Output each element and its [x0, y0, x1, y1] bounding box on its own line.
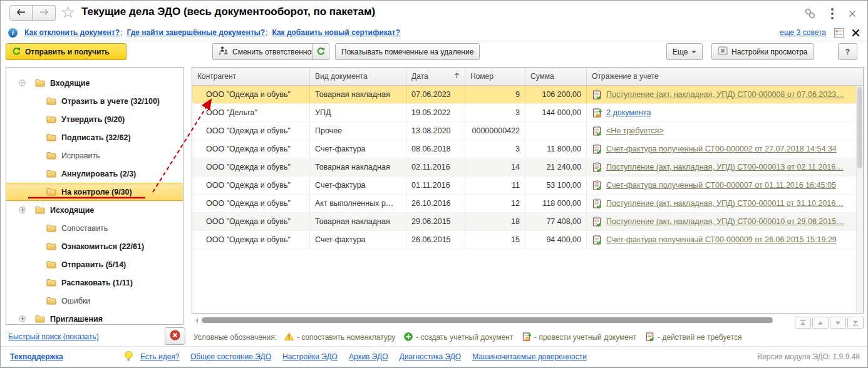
column-header-reflection[interactable]: Отражение в учете — [587, 68, 863, 85]
favorite-star-icon[interactable] — [61, 6, 75, 21]
forward-button[interactable] — [33, 5, 56, 21]
column-header-contractor[interactable]: Контрагент — [192, 68, 310, 85]
show-marked-button[interactable]: Показывать помеченные на удаление — [335, 43, 480, 60]
reflection-link[interactable]: Поступление (акт, накладная, УПД) СТ00-0… — [606, 86, 844, 103]
tree-item[interactable]: Входящие — [6, 74, 183, 92]
footer-link[interactable]: Общее состояние ЭДО — [190, 352, 271, 361]
column-header-doc-type[interactable]: Вид документа — [310, 68, 406, 85]
help-button[interactable]: ? — [838, 43, 857, 60]
scroll-left-icon[interactable] — [193, 318, 198, 323]
folder-icon — [46, 170, 56, 178]
cell-number: 15 — [465, 231, 525, 248]
tip-link[interactable]: Как добавить новый сертификат? — [272, 28, 400, 37]
table-row[interactable]: ООО "Одежда и обувь" Прочее 13.08.2020 0… — [192, 122, 863, 140]
reflection-link[interactable]: Поступление (акт, накладная, УПД) СТ00-0… — [606, 213, 844, 230]
tree-item[interactable]: Подписать (32/62) — [6, 128, 183, 146]
quick-search-link[interactable]: Быстрый поиск (показать) — [8, 332, 99, 341]
clear-search-button[interactable] — [165, 327, 185, 345]
collapse-icon[interactable] — [19, 79, 26, 86]
reflection-link[interactable]: Поступление (акт, накладная, УПД) СТ00-0… — [606, 158, 844, 176]
tree-item[interactable]: Исправить — [6, 146, 183, 165]
tree-item[interactable]: Распаковать (1/11) — [6, 273, 183, 292]
tree-item[interactable]: Отправить (5/14) — [6, 255, 183, 273]
tree-item[interactable]: Сопоставить — [6, 219, 183, 237]
kebab-menu-icon[interactable] — [831, 7, 834, 20]
tree-item-label: На контроле (9/30) — [61, 188, 132, 197]
cell-doc-type: Счет-фактура — [310, 231, 406, 248]
table-row[interactable]: ООО "Одежда и обувь" Счет-фактура 01.11.… — [192, 176, 863, 195]
go-up-button[interactable] — [812, 317, 829, 329]
tree-item[interactable]: Приглашения — [6, 310, 183, 325]
cell-contractor: ООО "Одежда и обувь" — [192, 231, 310, 248]
tree-item-label: Распаковать (1/11) — [61, 279, 133, 287]
tip-link[interactable]: Где найти завершённые документы? — [127, 28, 265, 37]
horizontal-scrollbar-thumb[interactable] — [202, 317, 773, 323]
send-receive-button[interactable]: Отправить и получить — [6, 43, 127, 60]
cell-doc-type: Прочее — [310, 122, 406, 140]
more-button[interactable]: Еще — [666, 43, 703, 60]
table-row[interactable]: ООО "Одежда и обувь" Счет-фактура 08.06.… — [192, 140, 863, 158]
app-window: Текущие дела ЭДО (весь документооборот, … — [0, 0, 868, 368]
reflection-link[interactable]: 2 документа — [606, 104, 651, 121]
view-settings-button[interactable]: Настройки просмотра — [711, 43, 814, 60]
legend: Условные обозначения: - сопоставить номе… — [194, 331, 741, 344]
back-button[interactable] — [9, 5, 33, 21]
cell-doc-type: УПД — [310, 104, 406, 121]
cell-doc-type: Счет-фактура — [310, 176, 406, 194]
get-link-icon[interactable] — [804, 8, 816, 19]
cell-contractor: ООО "Одежда и обувь" — [192, 122, 310, 140]
horizontal-scrollbar[interactable] — [192, 316, 793, 324]
reflection-link[interactable]: Счет-фактура полученный СТ00-000002 от 2… — [606, 140, 837, 158]
table-row[interactable]: ООО "Одежда и обувь" Товарная накладная … — [192, 86, 863, 104]
footer-link[interactable]: Диагностика ЭДО — [400, 352, 462, 361]
tip-link[interactable]: Как отклонить документ? — [24, 28, 120, 37]
table-row[interactable]: ООО "Одежда и обувь" Счет-фактура 26.06.… — [192, 231, 863, 249]
table-row[interactable]: ООО "Дельта" УПД 19.05.2022 3 144 000,00… — [192, 104, 863, 122]
tips-list-icon[interactable] — [834, 28, 844, 38]
legend-item-text: - сопоставить номенклатуру — [297, 333, 395, 342]
reflection-link[interactable]: Счет-фактура полученный СТ00-000009 от 2… — [606, 231, 837, 248]
cell-doc-type: Товарная накладная — [310, 158, 406, 176]
column-header-date[interactable]: Дата — [406, 68, 465, 85]
tree-item[interactable]: Ошибки — [6, 292, 183, 310]
tree-item[interactable]: Отразить в учете (32/100) — [6, 92, 183, 110]
vertical-scrollbar-thumb[interactable] — [857, 87, 862, 168]
go-first-button[interactable] — [795, 317, 811, 329]
more-tips-link[interactable]: еще 3 совета — [780, 28, 826, 37]
idea-link[interactable]: Есть идея? — [140, 352, 180, 361]
expand-icon[interactable] — [19, 315, 26, 322]
tree-item[interactable]: Ознакомиться (22/61) — [6, 237, 183, 255]
tree-item[interactable]: Аннулировать (2/3) — [6, 165, 183, 183]
cell-amount: 53 100,00 — [525, 176, 587, 194]
legend-item-text: - провести учетный документ — [534, 333, 636, 342]
column-header-amount[interactable]: Сумма — [525, 68, 587, 85]
column-header-number[interactable]: Номер — [465, 68, 525, 85]
table-row[interactable]: ООО "Одежда и обувь" Товарная накладная … — [192, 213, 863, 231]
tree-item[interactable]: На контроле (9/30) — [6, 183, 183, 201]
reflection-link[interactable]: Счет-фактура полученный СТ00-000007 от 0… — [606, 176, 836, 194]
reflection-link[interactable]: <Не требуется> — [606, 122, 664, 140]
go-last-button[interactable] — [847, 317, 864, 329]
tree-item[interactable]: Утвердить (9/20) — [6, 110, 183, 128]
folder-icon — [46, 151, 56, 160]
footer-link[interactable]: Архив ЭДО — [349, 352, 388, 361]
change-responsible-button[interactable]: Сменить ответственного — [212, 43, 324, 60]
close-window-icon[interactable] — [849, 10, 856, 18]
cell-contractor: ООО "Одежда и обувь" — [192, 176, 310, 194]
help-label: ? — [845, 48, 850, 56]
footer-link[interactable]: Машиночитаемые доверенности — [472, 352, 587, 361]
cell-date: 19.05.2022 — [406, 104, 465, 121]
reflection-link[interactable]: Поступление (акт, накладная, УПД) СТ00-0… — [606, 195, 844, 212]
expand-icon[interactable] — [19, 207, 26, 213]
tree-item-label: Ошибки — [61, 297, 90, 305]
cell-contractor: ООО "Одежда и обувь" — [192, 86, 310, 103]
vertical-scrollbar[interactable] — [856, 86, 863, 313]
close-tips-icon[interactable] — [852, 29, 860, 37]
table-row[interactable]: ООО "Одежда и обувь" Акт выполненных р… … — [192, 195, 863, 213]
footer-link[interactable]: Настройки ЭДО — [282, 352, 338, 361]
table-row[interactable]: ООО "Одежда и обувь" Товарная накладная … — [192, 158, 863, 176]
tree-item[interactable]: Исходящие — [6, 201, 183, 219]
refresh-list-button[interactable] — [312, 43, 329, 60]
support-link[interactable]: Техподдержка — [10, 352, 63, 361]
go-down-button[interactable] — [830, 317, 846, 329]
